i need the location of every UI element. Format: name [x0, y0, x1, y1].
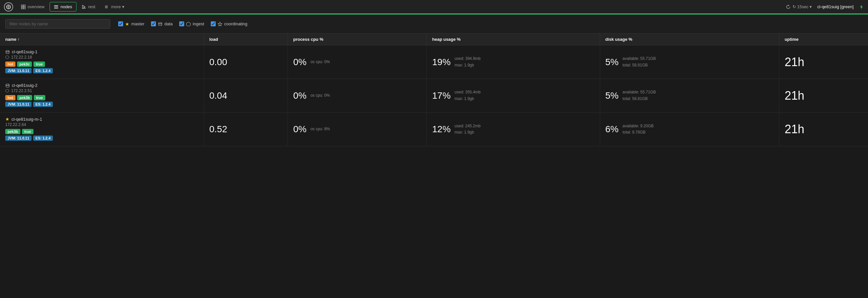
filterbar: ★ master data ingest co [0, 15, 868, 33]
svg-point-23 [6, 50, 9, 52]
logo[interactable] [4, 2, 13, 11]
node-ip: 172.22.2.51 [5, 88, 198, 93]
cpu-metric: 0% os cpu: 0% [293, 90, 421, 101]
topnav-left: overview nodes rest [4, 2, 786, 11]
col-uptime: uptime [779, 33, 868, 45]
node-hostname: cl-qe81suig-1 [5, 49, 198, 54]
cpu-detail: os cpu: 0% [311, 59, 330, 65]
badge: ES: 1.2.4 [33, 68, 53, 73]
nav-more-label: more ▾ [111, 4, 124, 9]
tag-hot: hot [5, 95, 16, 100]
hostname-text: cl-qe81suig-m-1 [11, 117, 42, 122]
tag-true: true [34, 95, 45, 100]
hostname-text: cl-qe81suig-1 [12, 49, 37, 54]
ip-text: 172.22.2.18 [11, 55, 32, 59]
rest-icon [82, 5, 86, 9]
nodes-table: name ↑ load process cpu % heap usage % d… [0, 33, 868, 146]
filter-master-label: master [131, 21, 145, 26]
node-tags: pek3btrue [5, 129, 198, 134]
svg-point-26 [6, 84, 9, 85]
load-value: 0.52 [210, 124, 227, 134]
nav-rest-label: rest [88, 4, 96, 9]
nav-overview-label: overview [28, 4, 44, 9]
filter-data-label: data [164, 21, 173, 26]
cpu-metric: 0% os cpu: 0% [293, 57, 421, 67]
refresh-button[interactable]: ↻ 15sec ▾ [786, 4, 812, 9]
badge: ES: 1.2.4 [33, 136, 53, 141]
svg-rect-5 [21, 7, 23, 9]
filter-ingest[interactable]: ingest [179, 21, 204, 26]
heap-pct: 12% [432, 124, 451, 135]
heap-pct: 17% [432, 90, 451, 101]
network-icon [5, 89, 9, 93]
node-name-cell: cl-qe81suig-2 172.22.2.51 hotpek3btrue J… [5, 83, 198, 107]
svg-rect-9 [54, 8, 58, 8]
svg-marker-28 [6, 89, 9, 92]
svg-marker-17 [788, 5, 789, 6]
col-cpu: process cpu % [288, 33, 427, 45]
tag-pek3b: pek3b [5, 129, 20, 134]
uptime-cell: 21h [779, 79, 868, 112]
svg-line-12 [83, 5, 85, 7]
master-icon: ★ [125, 21, 129, 27]
disk-pct: 6% [606, 124, 619, 135]
col-load: load [204, 33, 288, 45]
ingest-icon [186, 22, 191, 26]
disk-cell: 6% available: 9.20GBtotal: 9.78GB [600, 112, 779, 146]
data-icon [158, 22, 162, 26]
node-badges: JVM: 11.0.11ES: 1.2.4 [5, 136, 198, 141]
lightning-icon [859, 4, 864, 9]
node-tags: hotpek3ctrue [5, 61, 198, 67]
table-header: name ↑ load process cpu % heap usage % d… [0, 33, 868, 45]
node-name-cell: cl-qe81suig-1 172.22.2.18 hotpek3ctrue J… [5, 49, 198, 73]
nav-nodes-label: nodes [60, 4, 72, 9]
cpu-metric: 0% os cpu: 8% [293, 124, 421, 135]
badge: JVM: 11.0.11 [5, 102, 32, 107]
load-cell: 0.52 [204, 112, 288, 146]
heap-cell: 19% used: 394.9mbmax: 1.9gb [427, 45, 600, 79]
more-icon [104, 5, 109, 9]
tag-pek3b: pek3b [17, 95, 32, 100]
svg-marker-21 [186, 22, 190, 26]
heap-cell: 12% used: 245.2mbmax: 1.9gb [427, 112, 600, 146]
filter-coordinating[interactable]: coordinating [211, 21, 248, 26]
nav-more[interactable]: more ▾ [100, 2, 128, 11]
node-badges: JVM: 11.0.11ES: 1.2.4 [5, 68, 198, 73]
table-row: cl-qe81suig-2 172.22.2.51 hotpek3btrue J… [0, 79, 868, 112]
svg-marker-18 [860, 5, 863, 9]
disk-metric: 6% available: 9.20GBtotal: 9.78GB [606, 123, 774, 136]
tag-true: true [33, 61, 45, 67]
filter-ingest-checkbox[interactable] [179, 21, 184, 26]
nav-overview[interactable]: overview [17, 2, 48, 11]
uptime-value: 21h [785, 55, 804, 69]
nav-nodes[interactable]: nodes [50, 2, 76, 11]
overview-icon [21, 5, 26, 9]
node-name-cell: ★ cl-qe81suig-m-1 172.22.2.64 pek3btrue … [5, 116, 198, 141]
disk-detail: available: 9.20GBtotal: 9.78GB [622, 123, 654, 136]
topnav: overview nodes rest [0, 0, 868, 15]
badge: JVM: 11.0.11 [5, 136, 32, 141]
topnav-right: ↻ 15sec ▾ cl-qe81suig [green] [786, 4, 864, 9]
nav-rest[interactable]: rest [78, 2, 99, 11]
filter-coordinating-label: coordinating [224, 21, 248, 26]
disk-pct: 5% [606, 57, 619, 67]
filter-nodes-input[interactable] [5, 19, 110, 29]
filter-data-checkbox[interactable] [151, 21, 156, 26]
filter-master-checkbox[interactable] [118, 21, 123, 26]
node-hostname: cl-qe81suig-2 [5, 83, 198, 88]
heap-detail: used: 394.9mbmax: 1.9gb [455, 56, 480, 68]
filter-master[interactable]: ★ master [118, 21, 145, 27]
svg-marker-22 [218, 22, 222, 26]
heap-metric: 17% used: 355.4mbmax: 1.9gb [432, 89, 594, 102]
col-disk: disk usage % [600, 33, 779, 45]
filter-checks: ★ master data ingest co [118, 21, 248, 27]
cluster-label: cl-qe81suig [green] [817, 4, 854, 9]
filter-ingest-label: ingest [193, 21, 204, 26]
coordinating-icon [218, 22, 222, 26]
heap-cell: 17% used: 355.4mbmax: 1.9gb [427, 79, 600, 112]
filter-coordinating-checkbox[interactable] [211, 21, 216, 26]
disk-detail: available: 55.71GBtotal: 58.81GB [622, 89, 656, 102]
filter-data[interactable]: data [151, 21, 173, 26]
load-cell: 0.04 [204, 79, 288, 112]
svg-rect-6 [24, 7, 25, 9]
